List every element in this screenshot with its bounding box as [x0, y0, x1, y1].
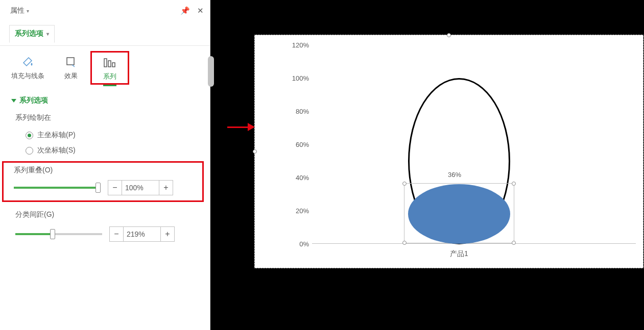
pin-icon[interactable]: 📌 [180, 6, 190, 15]
section-header[interactable]: 系列选项 [11, 96, 201, 105]
gap-label: 分类间距(G) [15, 210, 201, 219]
callout-arrow [227, 118, 255, 134]
y-tick: 40% [287, 174, 309, 182]
close-icon[interactable]: ✕ [197, 6, 204, 15]
format-tabs: 填充与线条 效果 系列 [0, 46, 210, 85]
panel-header: 属性 ▾ 📌 ✕ [0, 0, 210, 20]
y-tick: 60% [287, 141, 309, 148]
radio-icon [26, 132, 33, 139]
svg-rect-1 [104, 59, 107, 67]
tab-label: 效果 [64, 71, 78, 81]
radio-primary-axis[interactable]: 主坐标轴(P) [15, 128, 201, 143]
overlap-slider[interactable] [14, 187, 101, 189]
triangle-down-icon [11, 99, 16, 103]
slider-thumb[interactable] [96, 183, 101, 193]
tab-series[interactable]: 系列 [90, 51, 129, 85]
y-tick: 0% [287, 240, 309, 248]
overlap-group-highlighted: 系列重叠(O) − + [2, 161, 204, 202]
increment-button[interactable]: + [160, 226, 175, 242]
svg-rect-3 [112, 63, 115, 67]
chevron-down-icon: ▾ [46, 31, 49, 37]
section-header-text: 系列选项 [19, 96, 48, 105]
tab-label: 系列 [103, 72, 116, 81]
series-fill-shape[interactable] [408, 184, 510, 244]
tab-label: 填充与线条 [11, 71, 44, 81]
gap-input[interactable] [124, 226, 160, 242]
panel-header-actions: 📌 ✕ [180, 6, 204, 15]
scrollbar-thumb[interactable] [208, 56, 214, 87]
overlap-slider-row: − + [14, 180, 198, 195]
paint-bucket-icon [21, 54, 35, 69]
slider-thumb[interactable] [50, 229, 55, 239]
overlap-label: 系列重叠(O) [14, 166, 198, 175]
series-dropdown[interactable]: 系列选项 ▾ [9, 25, 55, 43]
plot-on-block: 系列绘制在 主坐标轴(P) 次坐标轴(S) [0, 106, 210, 160]
selection-handle[interactable] [512, 182, 516, 186]
radio-secondary-axis[interactable]: 次坐标轴(S) [15, 143, 201, 158]
properties-panel: 属性 ▾ 📌 ✕ 系列选项 ▾ 填充与线条 效果 [0, 0, 210, 330]
overlap-input[interactable] [122, 180, 159, 195]
selection-handle[interactable] [512, 241, 516, 245]
resize-handle[interactable] [447, 33, 451, 37]
y-tick: 120% [287, 41, 309, 49]
gap-slider[interactable] [15, 233, 102, 235]
radio-label: 次坐标轴(S) [37, 146, 76, 155]
data-label: 36% [448, 171, 461, 179]
bar-chart-icon [103, 55, 116, 70]
selection-handle[interactable] [402, 241, 407, 245]
y-axis: 120% 100% 80% 60% 40% 20% 0% [288, 41, 312, 240]
gap-block: 分类间距(G) − + [0, 205, 210, 248]
series-dropdown-row: 系列选项 ▾ [0, 20, 210, 46]
svg-rect-0 [67, 58, 74, 65]
y-tick: 100% [287, 74, 309, 82]
tab-effect[interactable]: 效果 [52, 51, 90, 85]
panel-title[interactable]: 属性 ▾ [10, 6, 29, 15]
chart-object[interactable]: 120% 100% 80% 60% 40% 20% 0% 36% 产品1 [254, 35, 643, 268]
effect-icon [65, 54, 77, 69]
panel-title-text: 属性 [10, 6, 25, 15]
decrement-button[interactable]: − [109, 226, 124, 242]
increment-button[interactable]: + [159, 180, 173, 195]
overlap-stepper: − + [108, 180, 173, 195]
category-label: 产品1 [450, 249, 468, 259]
svg-rect-2 [108, 61, 111, 67]
chevron-down-icon: ▾ [27, 8, 29, 14]
series-options-section: 系列选项 [0, 85, 210, 106]
tab-fill-line[interactable]: 填充与线条 [4, 51, 52, 85]
y-tick: 80% [287, 108, 309, 115]
x-axis-line [312, 243, 636, 244]
series-dropdown-label: 系列选项 [15, 29, 43, 38]
selection-handle[interactable] [402, 182, 407, 186]
resize-handle[interactable] [253, 149, 257, 154]
gap-stepper: − + [109, 226, 175, 242]
radio-icon [26, 147, 33, 155]
gap-slider-row: − + [15, 226, 201, 242]
y-tick: 20% [287, 207, 309, 215]
radio-label: 主坐标轴(P) [37, 131, 76, 140]
plot-on-label: 系列绘制在 [15, 113, 201, 122]
decrement-button[interactable]: − [108, 180, 122, 195]
